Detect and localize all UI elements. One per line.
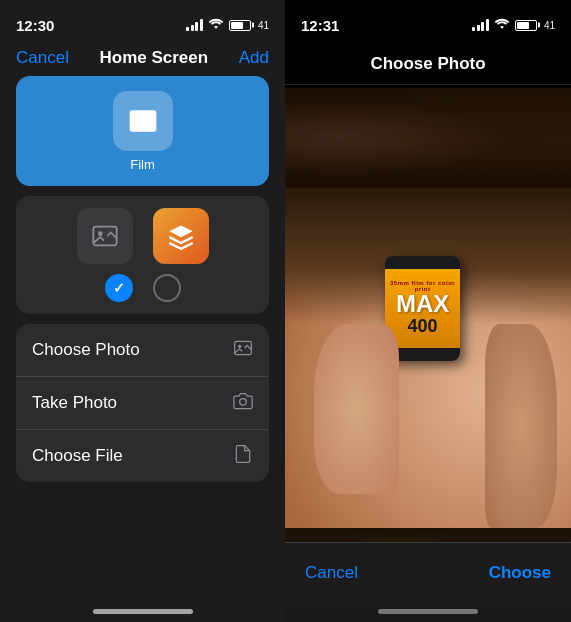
menu-item-take-photo[interactable]: Take Photo (16, 377, 269, 430)
svg-point-3 (98, 231, 103, 236)
icon-radios-row (105, 274, 181, 302)
add-button[interactable]: Add (239, 48, 269, 68)
home-indicator-right (378, 609, 478, 614)
status-icons-left: 41 (186, 18, 269, 33)
icon-options-row (77, 208, 209, 264)
choose-photo-icon (233, 338, 253, 362)
app-preview: Film (16, 76, 269, 186)
left-panel: 12:30 41 Cancel Home Screen (0, 0, 285, 622)
photo-choose-button[interactable]: Choose (489, 563, 551, 583)
stackup-icon (167, 222, 195, 250)
status-bar-left: 12:30 41 (0, 0, 285, 44)
battery-icon (229, 20, 251, 31)
wifi-icon-right (494, 18, 510, 33)
photo-option-icon (91, 222, 119, 250)
radio-stackup-unselected[interactable] (153, 274, 181, 302)
file-icon (233, 444, 253, 464)
menu-item-choose-photo[interactable]: Choose Photo (16, 324, 269, 377)
nav-bar: Cancel Home Screen Add (0, 44, 285, 76)
choose-photo-label: Choose Photo (32, 340, 140, 360)
choose-file-icon (233, 444, 253, 468)
signal-icon (186, 19, 203, 31)
main-photo[interactable]: 35mm film for color print MAX 400 (285, 188, 571, 528)
battery-level-right: 41 (544, 20, 555, 31)
image-icon (233, 338, 253, 358)
status-bar-right: 12:31 41 (285, 0, 571, 44)
preview-label: Film (130, 157, 155, 172)
camera-icon (233, 391, 253, 411)
nav-title: Home Screen (100, 48, 209, 68)
battery-icon-right (515, 20, 537, 31)
icon-option-stackup[interactable] (153, 208, 209, 264)
photo-top-strip (285, 88, 571, 188)
time-right: 12:31 (301, 17, 339, 34)
photo-frame-icon (127, 105, 159, 137)
take-photo-icon (233, 391, 253, 415)
wifi-icon (208, 18, 224, 33)
time-left: 12:30 (16, 17, 54, 34)
svg-point-5 (238, 345, 241, 348)
menu-item-choose-file[interactable]: Choose File (16, 430, 269, 482)
preview-icon (113, 91, 173, 151)
home-indicator-left (93, 609, 193, 614)
battery-level-left: 41 (258, 20, 269, 31)
svg-point-6 (240, 399, 247, 406)
signal-icon-right (472, 19, 489, 31)
svg-point-1 (135, 115, 140, 120)
icon-option-photo[interactable] (77, 208, 133, 264)
radio-photo-selected[interactable] (105, 274, 133, 302)
choose-photo-header: Choose Photo (285, 44, 571, 85)
choose-file-label: Choose File (32, 446, 123, 466)
choose-photo-title: Choose Photo (370, 54, 485, 73)
right-panel: 12:31 41 Choose Photo (285, 0, 571, 622)
icon-selector (16, 196, 269, 314)
take-photo-label: Take Photo (32, 393, 117, 413)
cancel-button[interactable]: Cancel (16, 48, 69, 68)
photo-cancel-button[interactable]: Cancel (305, 563, 358, 583)
menu-section: Choose Photo Take Photo Choose File (16, 324, 269, 482)
status-icons-right: 41 (472, 18, 555, 33)
photos-area[interactable]: 35mm film for color print MAX 400 (285, 0, 571, 622)
